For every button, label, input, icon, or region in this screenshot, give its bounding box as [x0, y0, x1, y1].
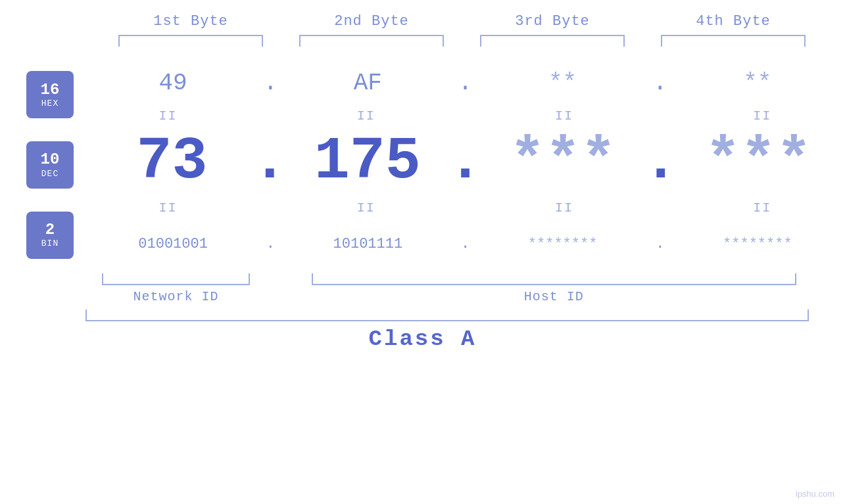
watermark: ipshu.com	[796, 489, 834, 499]
byte1-header: 1st Byte	[101, 13, 281, 30]
grid-content: 49 . AF . ** . **	[85, 60, 845, 270]
top-brackets	[101, 35, 824, 47]
dec-val-3: ***	[510, 132, 616, 191]
dec-badge: 10 DEC	[26, 141, 74, 189]
hex-val-2: AF	[354, 70, 382, 97]
bracket-cell-2	[281, 35, 462, 47]
bracket-top-2	[299, 35, 444, 47]
bin-badge: 2 BIN	[26, 212, 74, 259]
dec-badge-label: DEC	[41, 169, 59, 179]
hex-badge-num: 16	[41, 81, 60, 99]
bottom-section: Network ID Host ID Class A	[0, 273, 845, 352]
network-id-bracket-cell	[85, 273, 266, 285]
outer-bracket-row	[85, 309, 809, 321]
equals-row-1: II II II II	[85, 106, 845, 126]
bracket-top-1	[118, 35, 263, 47]
bin-badge-num: 2	[45, 221, 55, 239]
equals-2-2: II	[283, 200, 448, 216]
main-container: 1st Byte 2nd Byte 3rd Byte 4th Byte 16 H…	[0, 0, 845, 504]
bin-val-1: 01001001	[138, 236, 208, 252]
outer-bracket	[85, 309, 809, 321]
network-id-bracket	[102, 273, 251, 285]
hex-dot-2: .	[449, 70, 482, 97]
equals-2-1: II	[85, 200, 251, 216]
hex-row: 49 . AF . ** . **	[85, 60, 845, 106]
dec-dot-3: .	[643, 132, 679, 191]
host-id-bracket-cell	[299, 273, 809, 285]
bin-val-1-cell: 01001001	[92, 236, 254, 252]
byte-headers: 1st Byte 2nd Byte 3rd Byte 4th Byte	[101, 13, 824, 30]
bracket-top-3	[480, 35, 625, 47]
bracket-top-4	[661, 35, 806, 47]
bin-dot-3: .	[644, 236, 677, 252]
class-label: Class A	[369, 327, 477, 352]
hex-val-1-cell: 49	[92, 70, 254, 97]
hex-val-4-cell: **	[677, 70, 838, 97]
bottom-brackets-wrapper	[85, 273, 809, 285]
hex-dot-1: .	[254, 70, 287, 97]
hex-dot-3: .	[644, 70, 677, 97]
host-id-label: Host ID	[524, 289, 584, 304]
dec-dot-1: .	[252, 132, 287, 191]
bin-val-2-cell: 10101111	[287, 236, 448, 252]
equals-row-2: II II II II	[85, 198, 845, 218]
bin-row: 01001001 . 10101111 . ******** .	[85, 218, 845, 270]
bin-dot-1: .	[254, 236, 287, 252]
dec-val-1: 73	[137, 132, 208, 191]
bracket-cell-1	[101, 35, 281, 47]
dec-val-2-cell: 175	[287, 132, 447, 191]
class-label-row: Class A	[0, 327, 845, 352]
dec-val-4-cell: ***	[679, 132, 838, 191]
dec-val-1-cell: 73	[92, 132, 252, 191]
bin-badge-label: BIN	[41, 239, 59, 248]
labels-row: Network ID Host ID	[85, 289, 809, 304]
rows-area: 16 HEX 10 DEC 2 BIN 49 .	[0, 60, 845, 270]
equals-1-2: II	[283, 108, 448, 124]
hex-val-3-cell: **	[482, 70, 644, 97]
dec-badge-num: 10	[41, 151, 60, 168]
hex-badge-label: HEX	[41, 99, 59, 108]
equals-2-4: II	[680, 200, 845, 216]
bin-val-4: ********	[723, 236, 792, 252]
bin-val-3-cell: ********	[482, 236, 644, 252]
byte4-header: 4th Byte	[643, 13, 824, 30]
host-id-label-cell: Host ID	[299, 289, 809, 304]
equals-1-1: II	[85, 108, 251, 124]
dec-row: 73 . 175 . *** . ***	[85, 126, 845, 198]
hex-val-3: **	[548, 70, 577, 97]
network-id-label: Network ID	[133, 289, 218, 304]
network-id-label-cell: Network ID	[85, 289, 266, 304]
hex-badge: 16 HEX	[26, 71, 74, 118]
left-badges: 16 HEX 10 DEC 2 BIN	[0, 60, 85, 270]
byte2-header: 2nd Byte	[281, 13, 462, 30]
host-id-bracket	[312, 273, 796, 285]
bin-val-3: ********	[528, 236, 598, 252]
equals-2-3: II	[482, 200, 647, 216]
dec-val-3-cell: ***	[483, 132, 643, 191]
bin-dot-2: .	[449, 236, 482, 252]
dec-val-2: 175	[314, 132, 421, 191]
hex-val-4: **	[743, 70, 771, 97]
bin-val-2: 10101111	[333, 236, 403, 252]
bin-val-4-cell: ********	[677, 236, 838, 252]
equals-1-4: II	[680, 108, 845, 124]
dec-dot-2: .	[447, 132, 483, 191]
bracket-cell-4	[643, 35, 824, 47]
equals-1-3: II	[482, 108, 647, 124]
hex-val-1: 49	[159, 70, 187, 97]
dec-val-4: ***	[705, 132, 811, 191]
byte3-header: 3rd Byte	[462, 13, 643, 30]
hex-val-2-cell: AF	[287, 70, 448, 97]
bracket-cell-3	[462, 35, 643, 47]
